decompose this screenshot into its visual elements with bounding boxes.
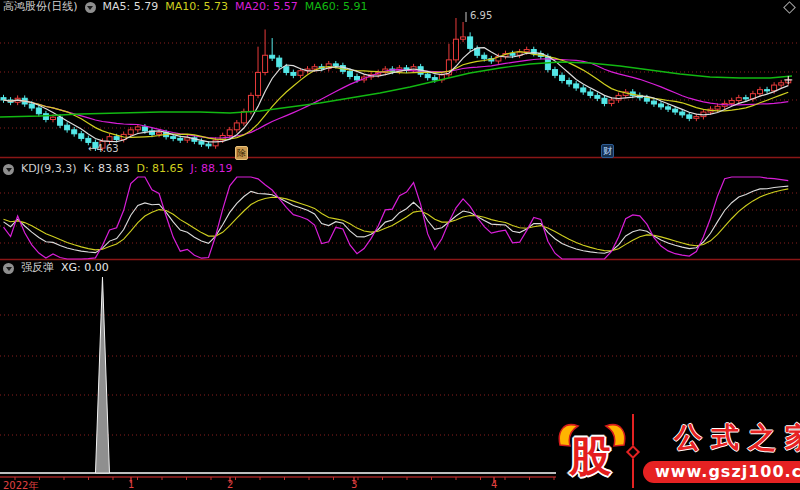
bull-logo-icon: 股 xyxy=(556,413,628,489)
logo-divider xyxy=(632,414,634,488)
divider-diamond-icon xyxy=(626,444,640,458)
kdj-d-value: D: 81.65 xyxy=(136,163,183,175)
kdj-j-value: J: 88.19 xyxy=(191,163,233,175)
x-axis-label: 2 xyxy=(227,479,233,490)
logo-character: 股 xyxy=(569,429,611,485)
signal-title: 强反弹 xyxy=(21,262,54,274)
kdj-panel-header: KDJ(9,3,3) K: 83.83 D: 81.65 J: 88.19 xyxy=(3,163,233,175)
x-axis-label: 2022年 xyxy=(3,479,38,490)
x-axis-label: 1 xyxy=(128,479,134,490)
kdj-switch-icon[interactable] xyxy=(3,164,14,175)
ma20-label: MA20: 5.57 xyxy=(235,1,298,13)
stock-title: 高鸿股份(日线) xyxy=(3,1,78,13)
price-annotation: ←4.63 xyxy=(88,143,119,154)
ma5-label: MA5: 5.79 xyxy=(103,1,159,13)
site-name: 公式之家 xyxy=(665,419,800,457)
ma10-label: MA10: 5.73 xyxy=(165,1,228,13)
indicator-switch-icon[interactable] xyxy=(85,2,96,13)
ma60-label: MA60: 5.91 xyxy=(305,1,368,13)
signal-switch-icon[interactable] xyxy=(3,263,14,274)
signal-panel-header: 强反弹 XG: 0.00 xyxy=(3,262,109,274)
signal-value: XG: 0.00 xyxy=(61,262,109,274)
price-annotation: 6.95 xyxy=(470,10,492,21)
kdj-k-value: K: 83.83 xyxy=(84,163,130,175)
site-url: www.gszj100.com xyxy=(643,461,800,483)
main-chart-header: 高鸿股份(日线) MA5: 5.79 MA10: 5.73 MA20: 5.57… xyxy=(3,1,367,13)
event-marker-badge[interactable]: 财 xyxy=(601,144,614,158)
trading-app-window: 高鸿股份(日线) MA5: 5.79 MA10: 5.73 MA20: 5.57… xyxy=(0,0,800,490)
site-watermark: 股 公式之家 www.gszj100.com xyxy=(556,411,800,490)
site-block: 公式之家 www.gszj100.com xyxy=(643,419,800,483)
event-marker-badge[interactable]: 除 xyxy=(235,146,248,160)
kdj-title: KDJ(9,3,3) xyxy=(21,163,77,175)
x-axis-label: 4 xyxy=(491,479,497,490)
x-axis-label: 3 xyxy=(351,479,357,490)
